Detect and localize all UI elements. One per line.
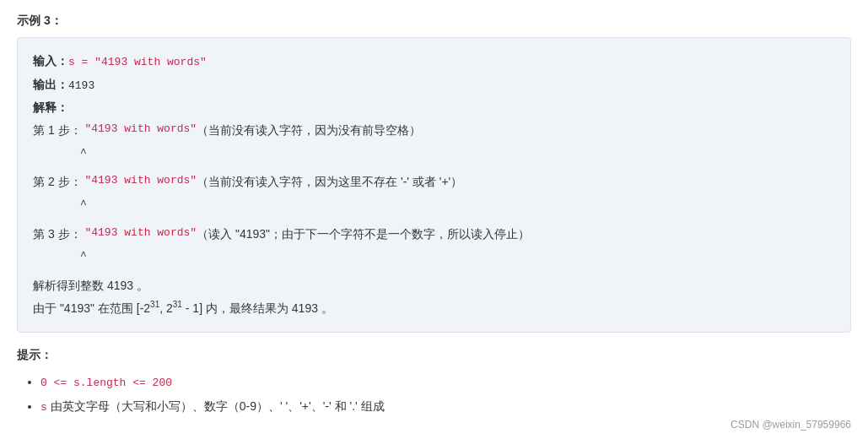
- step1-prefix: 第 1 步：: [33, 119, 82, 142]
- list-item: s 由英文字母（大写和小写）、数字（0-9）、' '、'+'、'-' 和 '.'…: [40, 394, 851, 419]
- output-line: 输出：4193: [33, 73, 835, 97]
- example-title: 示例 3：: [17, 14, 851, 29]
- input-label: 输入：: [33, 54, 68, 68]
- output-label: 输出：: [33, 78, 68, 91]
- step3-prefix: 第 3 步：: [33, 223, 82, 246]
- tips-section: 提示： 0 <= s.length <= 200 s 由英文字母（大写和小写）、…: [17, 348, 851, 419]
- step2-caret: ^: [80, 195, 835, 216]
- explain-label: 解释：: [33, 96, 835, 119]
- step2-code: "4193 with words": [84, 171, 197, 192]
- list-item: 0 <= s.length <= 200: [40, 370, 851, 394]
- step1-code: "4193 with words": [84, 119, 197, 140]
- step3-line: 第 3 步： "4193 with words"（读入 "4193"；由于下一个…: [33, 223, 835, 246]
- input-line: 输入：s = "4193 with words": [33, 50, 835, 73]
- step3-caret: ^: [80, 247, 835, 268]
- input-value: s = "4193 with words": [68, 56, 207, 68]
- step3-code: "4193 with words": [84, 223, 197, 244]
- step1-desc: （当前没有读入字符，因为没有前导空格）: [197, 119, 421, 142]
- tip-item-2: s 由英文字母（大写和小写）、数字（0-9）、' '、'+'、'-' 和 '.'…: [40, 399, 385, 413]
- sup1: 31: [150, 300, 159, 309]
- step2-prefix: 第 2 步：: [33, 171, 82, 193]
- conclusion2-post: - 1] 内，最终结果为 4193 。: [182, 301, 333, 315]
- conclusion2-pre: 由于 "4193" 在范围 [-2: [33, 301, 150, 315]
- step1-caret: ^: [80, 144, 835, 165]
- step2-line: 第 2 步： "4193 with words"（当前没有读入字符，因为这里不存…: [33, 171, 835, 193]
- tip-item-1: 0 <= s.length <= 200: [40, 375, 172, 388]
- step1-line: 第 1 步： "4193 with words"（当前没有读入字符，因为没有前导…: [33, 119, 835, 142]
- output-value: 4193: [68, 79, 94, 92]
- csdn-watermark: CSDN @weixin_57959966: [731, 419, 851, 431]
- example-box: 输入：s = "4193 with words" 输出：4193 解释： 第 1…: [17, 37, 851, 333]
- conclusion2-mid: , 2: [159, 301, 173, 315]
- step3-desc: （读入 "4193"；由于下一个字符不是一个数字，所以读入停止）: [197, 223, 530, 246]
- tips-title: 提示：: [17, 348, 851, 363]
- conclusion2: 由于 "4193" 在范围 [-231, 231 - 1] 内，最终结果为 41…: [33, 296, 835, 319]
- step2-desc: （当前没有读入字符，因为这里不存在 '-' 或者 '+'）: [197, 171, 462, 193]
- conclusion1: 解析得到整数 4193 。: [33, 274, 835, 297]
- tips-list: 0 <= s.length <= 200 s 由英文字母（大写和小写）、数字（0…: [17, 370, 851, 419]
- sup2: 31: [173, 300, 182, 309]
